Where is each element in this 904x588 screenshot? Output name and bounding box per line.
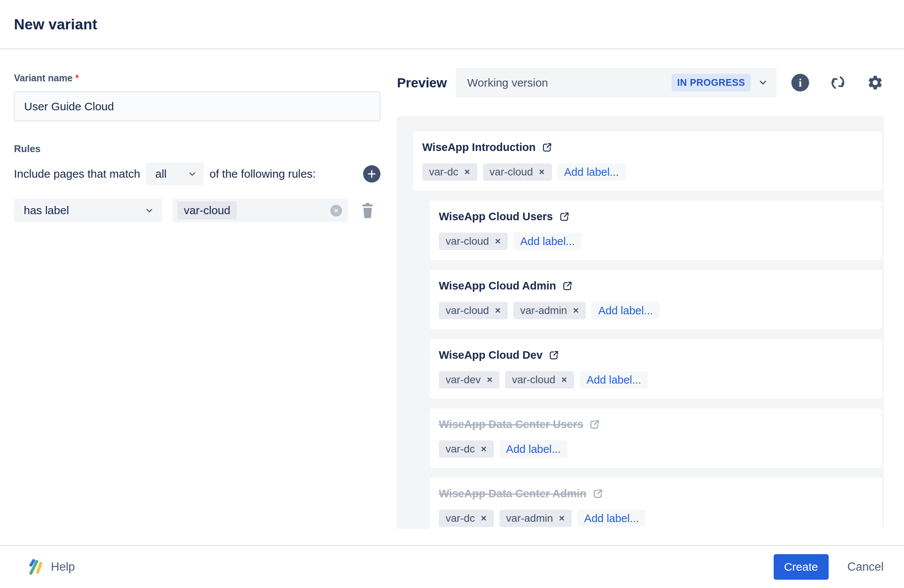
match-text-after: of the following rules: bbox=[209, 167, 316, 180]
external-link-icon[interactable] bbox=[548, 350, 559, 361]
label-text: var-admin bbox=[506, 512, 553, 524]
preview-heading: Preview bbox=[397, 75, 447, 90]
page-labels: var-dc ✕ Add label... bbox=[439, 440, 871, 458]
preview-toolbar: i bbox=[791, 74, 883, 91]
label-pill[interactable]: var-dc ✕ bbox=[439, 510, 494, 527]
chevron-down-icon bbox=[758, 77, 768, 88]
page-title: WiseApp Data Center Admin bbox=[439, 487, 586, 500]
app-logo-icon bbox=[26, 557, 44, 577]
label-text: var-admin bbox=[520, 304, 567, 317]
page-card: WiseApp Cloud Users var-cloud ✕ Add labe… bbox=[430, 201, 882, 260]
page-title-row: WiseApp Data Center Users bbox=[439, 418, 871, 430]
chevron-down-icon bbox=[145, 206, 154, 215]
add-label-button[interactable]: Add label... bbox=[591, 302, 659, 319]
external-link-icon[interactable] bbox=[589, 419, 600, 430]
create-button[interactable]: Create bbox=[774, 554, 829, 580]
cancel-button[interactable]: Cancel bbox=[847, 560, 884, 574]
help-button[interactable]: Help bbox=[26, 557, 75, 577]
remove-label-icon[interactable]: ✕ bbox=[486, 375, 493, 385]
label-pill[interactable]: var-dc ✕ bbox=[439, 440, 494, 458]
info-button[interactable]: i bbox=[791, 74, 809, 91]
variant-name-input[interactable] bbox=[14, 91, 381, 121]
settings-button[interactable] bbox=[867, 74, 883, 91]
external-link-icon[interactable] bbox=[559, 211, 570, 222]
add-rule-button[interactable] bbox=[363, 165, 381, 183]
page-card: WiseApp Cloud Dev var-dev ✕ var-cloud ✕ … bbox=[430, 339, 882, 399]
label-text: var-dc bbox=[446, 443, 475, 455]
label-pill[interactable]: var-cloud ✕ bbox=[505, 371, 574, 388]
rule-row: has label var-cloud bbox=[14, 199, 381, 222]
label-pill[interactable]: var-admin ✕ bbox=[499, 510, 572, 527]
footer-actions: Create Cancel bbox=[774, 554, 884, 580]
rule-value-tag: var-cloud bbox=[177, 202, 237, 219]
label-text: var-cloud bbox=[490, 166, 533, 178]
remove-label-icon[interactable]: ✕ bbox=[495, 306, 501, 315]
page-title-row: WiseApp Introduction bbox=[422, 141, 871, 154]
plus-icon bbox=[367, 169, 377, 179]
label-pill[interactable]: var-dev ✕ bbox=[439, 371, 499, 388]
page-title-row: WiseApp Cloud Admin bbox=[439, 280, 871, 292]
remove-label-icon[interactable]: ✕ bbox=[572, 306, 579, 315]
remove-label-icon[interactable]: ✕ bbox=[480, 514, 487, 523]
main-content: Variant name* Rules Include pages that m… bbox=[0, 49, 904, 545]
label-text: var-dev bbox=[446, 374, 480, 386]
add-label-button[interactable]: Add label... bbox=[577, 510, 646, 527]
remove-label-icon[interactable]: ✕ bbox=[539, 167, 545, 177]
page-labels: var-dev ✕ var-cloud ✕ Add label... bbox=[439, 371, 871, 388]
clear-icon bbox=[333, 208, 339, 213]
remove-label-icon[interactable]: ✕ bbox=[561, 375, 567, 385]
required-asterisk: * bbox=[75, 73, 79, 83]
match-mode-select[interactable]: all bbox=[146, 162, 204, 185]
version-name: Working version bbox=[467, 76, 548, 89]
chevron-down-icon bbox=[188, 169, 197, 179]
page-title-row: WiseApp Cloud Users bbox=[439, 210, 871, 223]
rule-type-select[interactable]: has label bbox=[14, 199, 162, 222]
external-link-icon[interactable] bbox=[542, 142, 553, 153]
page-title: WiseApp Cloud Admin bbox=[439, 280, 556, 292]
add-label-button[interactable]: Add label... bbox=[580, 371, 648, 388]
page-card: WiseApp Introduction var-dc ✕ var-cloud … bbox=[413, 131, 882, 191]
label-pill[interactable]: var-admin ✕ bbox=[514, 302, 586, 319]
refresh-button[interactable] bbox=[829, 74, 847, 91]
rule-value-field[interactable]: var-cloud bbox=[172, 199, 348, 222]
add-label-button[interactable]: Add label... bbox=[499, 440, 567, 458]
version-select[interactable]: Working version IN PROGRESS bbox=[456, 68, 777, 98]
refresh-icon bbox=[829, 74, 847, 91]
page-title-row: WiseApp Cloud Dev bbox=[439, 349, 871, 361]
external-link-icon[interactable] bbox=[562, 281, 573, 292]
add-label-button[interactable]: Add label... bbox=[558, 163, 626, 181]
delete-rule-button[interactable] bbox=[360, 202, 375, 219]
page-card: WiseApp Data Center Users var-dc ✕ Add l… bbox=[430, 408, 882, 468]
label-text: var-cloud bbox=[446, 235, 489, 247]
variant-name-label: Variant name* bbox=[14, 73, 381, 84]
label-pill[interactable]: var-cloud ✕ bbox=[483, 163, 552, 181]
remove-label-icon[interactable]: ✕ bbox=[464, 167, 471, 177]
add-label-button[interactable]: Add label... bbox=[514, 233, 582, 250]
preview-header: Preview Working version IN PROGRESS i bbox=[397, 68, 883, 98]
label-pill[interactable]: var-dc ✕ bbox=[422, 163, 477, 181]
page-title: WiseApp Introduction bbox=[422, 141, 536, 154]
dialog-header: New variant bbox=[0, 0, 904, 49]
label-text: var-dc bbox=[429, 166, 458, 178]
rule-type-value: has label bbox=[24, 204, 69, 217]
match-rule-row: Include pages that match all of the foll… bbox=[14, 162, 381, 185]
match-text-before: Include pages that match bbox=[14, 167, 140, 180]
label-pill[interactable]: var-cloud ✕ bbox=[439, 233, 508, 250]
page-title: New variant bbox=[14, 16, 97, 33]
preview-pane: Preview Working version IN PROGRESS i bbox=[397, 49, 883, 545]
rules-heading: Rules bbox=[14, 143, 381, 155]
trash-icon bbox=[360, 202, 375, 219]
help-label: Help bbox=[51, 560, 75, 574]
remove-label-icon[interactable]: ✕ bbox=[559, 514, 565, 523]
remove-label-icon[interactable]: ✕ bbox=[480, 445, 487, 454]
new-variant-dialog: New variant Variant name* Rules Include … bbox=[0, 0, 904, 588]
remove-label-icon[interactable]: ✕ bbox=[495, 237, 501, 246]
label-pill[interactable]: var-cloud ✕ bbox=[439, 302, 508, 319]
page-title: WiseApp Cloud Users bbox=[439, 210, 553, 223]
external-link-icon[interactable] bbox=[593, 488, 604, 499]
clear-value-button[interactable] bbox=[330, 205, 342, 216]
page-title: WiseApp Cloud Dev bbox=[439, 349, 542, 361]
page-title-row: WiseApp Data Center Admin bbox=[439, 487, 871, 500]
match-mode-value: all bbox=[155, 167, 166, 180]
status-badge: IN PROGRESS bbox=[672, 74, 751, 91]
